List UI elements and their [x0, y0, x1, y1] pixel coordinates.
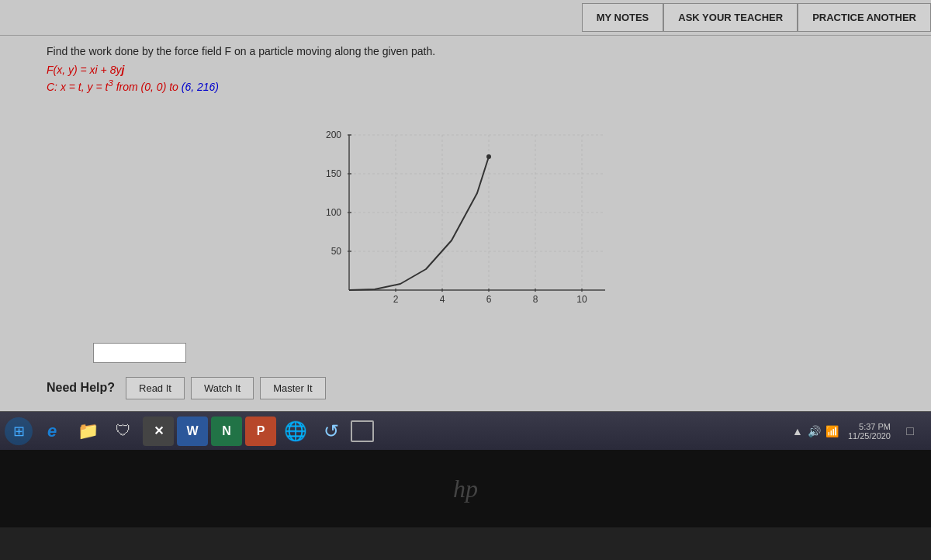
- taskbar-x-icon[interactable]: ✕: [143, 417, 174, 446]
- clock-date: 11/25/2020: [848, 431, 891, 441]
- answer-input[interactable]: [93, 343, 186, 363]
- graph-container: 200 150 100 50 2 4 6 8 10: [0, 112, 931, 329]
- start-button[interactable]: ⊞: [5, 417, 33, 445]
- graph-wrapper: 200 150 100 50 2 4 6 8 10: [303, 112, 628, 329]
- graph-svg: 200 150 100 50 2 4 6 8 10: [303, 112, 628, 329]
- taskbar-n-icon[interactable]: N: [211, 417, 242, 446]
- need-help-label: Need Help?: [47, 381, 115, 395]
- taskbar-globe-icon[interactable]: 🌐: [279, 415, 312, 448]
- read-it-button[interactable]: Read It: [126, 377, 185, 399]
- notification-icon[interactable]: □: [894, 415, 926, 448]
- taskbar-file-icon[interactable]: 📁: [71, 415, 104, 448]
- toolbar: MY NOTES ASK YOUR TEACHER PRACTICE ANOTH…: [0, 0, 931, 36]
- svg-text:2: 2: [393, 294, 399, 305]
- svg-point-30: [486, 154, 491, 159]
- function-definition: F(x, y) = xi + 8yj: [47, 64, 884, 76]
- taskbar-w-icon[interactable]: W: [177, 417, 208, 446]
- laptop-body: hp: [0, 450, 931, 527]
- tray-network-icon[interactable]: 📶: [825, 425, 839, 437]
- ask-teacher-button[interactable]: ASK YOUR TEACHER: [663, 3, 798, 32]
- hp-logo: hp: [453, 475, 478, 503]
- master-it-button[interactable]: Master It: [260, 377, 326, 399]
- watch-it-button[interactable]: Watch It: [191, 377, 254, 399]
- taskbar-browser-icon[interactable]: e: [36, 415, 68, 448]
- my-notes-button[interactable]: MY NOTES: [582, 3, 664, 32]
- svg-text:50: 50: [331, 246, 342, 257]
- tray-volume-icon[interactable]: 🔊: [808, 425, 821, 437]
- need-help-section: Need Help? Read It Watch It Master It: [0, 369, 931, 407]
- taskbar: ⊞ e 📁 🛡 ✕ W N P 🌐 ↺ ▲ 🔊 📶 5:37 PM 11: [0, 411, 931, 560]
- practice-another-button[interactable]: PRACTICE ANOTHER: [798, 3, 931, 32]
- svg-text:6: 6: [486, 294, 492, 305]
- svg-text:150: 150: [326, 168, 341, 179]
- endpoint: (6, 216): [182, 81, 219, 93]
- svg-text:4: 4: [440, 294, 445, 305]
- curve-definition: C: x = t, y = t3 from (0, 0) to (6, 216): [47, 78, 884, 93]
- taskbar-window-icon[interactable]: [351, 420, 374, 442]
- clock-time: 5:37 PM: [848, 422, 891, 431]
- problem-instruction: Find the work done by the force field F …: [47, 45, 884, 57]
- taskbar-p-icon[interactable]: P: [245, 417, 276, 446]
- taskbar-circular-icon[interactable]: ↺: [315, 415, 348, 448]
- taskbar-app1-icon[interactable]: 🛡: [107, 415, 140, 448]
- taskbar-icons-row: ⊞ e 📁 🛡 ✕ W N P 🌐 ↺ ▲ 🔊 📶 5:37 PM 11: [0, 411, 931, 450]
- tray-arrow-icon[interactable]: ▲: [792, 425, 803, 437]
- svg-text:200: 200: [326, 130, 341, 140]
- laptop-base: [0, 527, 931, 560]
- problem-area: Find the work done by the force field F …: [0, 36, 931, 104]
- svg-text:10: 10: [576, 294, 587, 305]
- svg-text:100: 100: [326, 207, 341, 218]
- time-display: 5:37 PM 11/25/2020: [848, 422, 891, 441]
- svg-text:8: 8: [533, 294, 538, 305]
